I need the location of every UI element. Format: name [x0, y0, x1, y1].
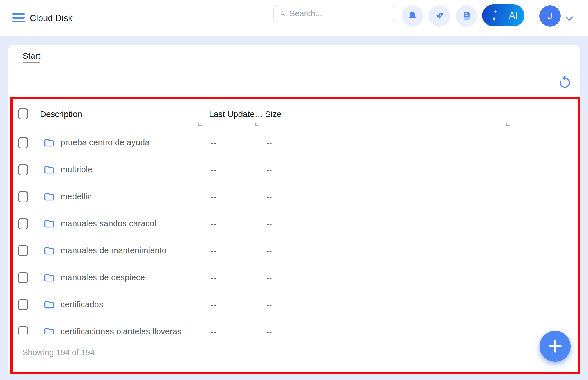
top-header: Cloud Disk — [0, 0, 588, 36]
item-last-update: -- — [211, 165, 216, 174]
row-checkbox[interactable] — [18, 191, 28, 202]
item-name[interactable]: certificados — [60, 300, 103, 309]
row-checkbox[interactable] — [18, 164, 28, 175]
item-size: -- — [267, 327, 272, 334]
column-header-size[interactable]: Size — [265, 109, 281, 119]
item-last-update: -- — [211, 192, 216, 201]
avatar-initial: J — [548, 11, 553, 21]
column-resize-handle[interactable] — [255, 123, 258, 126]
column-resize-handle[interactable] — [198, 123, 202, 126]
ai-button-label: AI — [509, 10, 518, 21]
app-title: Cloud Disk — [30, 13, 73, 23]
item-size: -- — [267, 219, 272, 228]
item-name[interactable]: medellin — [60, 192, 92, 201]
documents-button[interactable] — [456, 5, 477, 27]
search-input[interactable] — [289, 9, 396, 18]
refresh-button[interactable] — [558, 75, 572, 90]
folder-icon — [43, 326, 55, 334]
document-icon — [461, 10, 472, 22]
table-row[interactable]: medellin -- -- — [10, 183, 517, 210]
row-checkbox[interactable] — [18, 326, 28, 334]
folder-icon — [43, 137, 55, 148]
select-all-checkbox[interactable] — [18, 108, 28, 119]
folder-icon — [43, 218, 55, 229]
add-button[interactable] — [540, 331, 571, 362]
item-size: -- — [267, 138, 272, 147]
chevron-down-icon[interactable] — [565, 15, 573, 23]
table-row[interactable]: manuales de mantenimiento -- -- — [10, 237, 517, 264]
breadcrumb-start-link[interactable]: Start — [23, 51, 40, 63]
rocket-icon — [434, 10, 445, 22]
row-checkbox[interactable] — [18, 299, 28, 310]
table-header: Description Last Update… Size — [8, 97, 580, 129]
column-header-description[interactable]: Description — [40, 109, 82, 119]
folder-icon — [43, 299, 55, 310]
column-header-last-update[interactable]: Last Update… — [209, 109, 263, 119]
search-box[interactable] — [273, 5, 396, 22]
item-name[interactable]: prueba centro de ayuda — [60, 138, 150, 147]
item-last-update: -- — [211, 246, 216, 255]
notifications-button[interactable] — [402, 5, 423, 27]
showing-count: Showing 194 of 194 — [23, 348, 95, 357]
sparkle-icon: ✦ — [491, 15, 497, 23]
item-size: -- — [267, 273, 272, 282]
row-checkbox[interactable] — [18, 245, 28, 256]
breadcrumb-divider — [8, 69, 580, 69]
item-name[interactable]: certificaciones planteles lloveras — [60, 327, 181, 334]
content-card: Start Description Last Update… Size prue… — [8, 45, 580, 374]
table-row[interactable]: certificados -- -- — [10, 291, 517, 318]
table-row[interactable]: prueba centro de ayuda -- -- — [10, 129, 517, 156]
item-last-update: -- — [211, 273, 216, 282]
item-name[interactable]: manuales de mantenimiento — [60, 246, 167, 255]
table-row[interactable]: multriple -- -- — [10, 156, 517, 183]
table-row[interactable]: certificaciones planteles lloveras -- -- — [10, 318, 517, 334]
folder-icon — [43, 245, 55, 256]
folder-icon — [43, 164, 55, 175]
table-row[interactable]: manuales sandos caracol -- -- — [10, 210, 517, 237]
item-size: -- — [267, 246, 272, 255]
bell-icon — [407, 10, 418, 22]
ai-assistant-button[interactable]: ✦ ✦ AI — [482, 4, 524, 26]
table-rows: prueba centro de ayuda -- -- multriple -… — [10, 129, 517, 334]
item-name[interactable]: manuales de despiece — [60, 273, 145, 282]
item-last-update: -- — [211, 327, 216, 334]
search-icon — [280, 8, 286, 19]
row-checkbox[interactable] — [18, 218, 28, 229]
folder-icon — [43, 272, 55, 283]
item-last-update: -- — [211, 300, 216, 309]
row-checkbox[interactable] — [18, 137, 28, 148]
sparkle-icon: ✦ — [493, 9, 497, 14]
table-row[interactable]: manuales de despiece -- -- — [10, 264, 517, 291]
table-header-divider — [10, 129, 580, 129]
menu-icon[interactable] — [12, 13, 25, 22]
header-divider — [534, 6, 534, 25]
avatar[interactable]: J — [539, 5, 561, 27]
launch-button[interactable] — [429, 5, 450, 27]
item-name[interactable]: manuales sandos caracol — [60, 219, 156, 228]
column-resize-handle[interactable] — [506, 123, 510, 126]
folder-icon — [43, 191, 55, 202]
row-checkbox[interactable] — [18, 272, 28, 283]
refresh-icon — [558, 75, 572, 90]
item-last-update: -- — [211, 219, 216, 228]
item-size: -- — [267, 165, 272, 174]
item-size: -- — [267, 192, 272, 201]
item-size: -- — [267, 300, 272, 309]
item-last-update: -- — [211, 138, 216, 147]
item-name[interactable]: multriple — [60, 165, 92, 174]
